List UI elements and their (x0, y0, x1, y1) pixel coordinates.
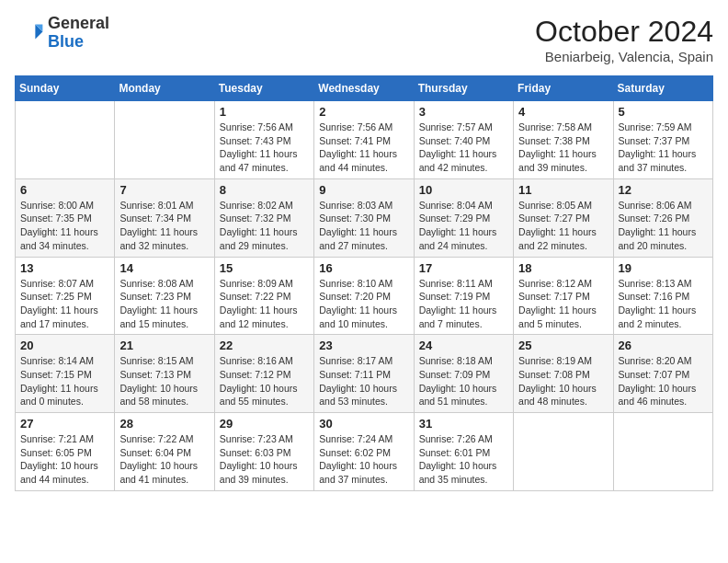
day-info: Sunrise: 7:22 AM Sunset: 6:04 PM Dayligh… (119, 432, 209, 487)
calendar-cell: 31Sunrise: 7:26 AM Sunset: 6:01 PM Dayli… (414, 413, 513, 491)
day-info: Sunrise: 8:10 AM Sunset: 7:20 PM Dayligh… (319, 277, 408, 331)
day-info: Sunrise: 7:23 AM Sunset: 6:03 PM Dayligh… (220, 432, 309, 487)
calendar-week-row: 13Sunrise: 8:07 AM Sunset: 7:25 PM Dayli… (16, 257, 713, 335)
day-number: 17 (419, 261, 508, 275)
day-info: Sunrise: 7:24 AM Sunset: 6:02 PM Dayligh… (319, 432, 408, 487)
day-info: Sunrise: 8:04 AM Sunset: 7:29 PM Dayligh… (419, 199, 508, 253)
day-info: Sunrise: 7:58 AM Sunset: 7:38 PM Dayligh… (518, 121, 608, 175)
day-info: Sunrise: 8:00 AM Sunset: 7:35 PM Dayligh… (20, 199, 109, 253)
calendar-cell: 19Sunrise: 8:13 AM Sunset: 7:16 PM Dayli… (613, 257, 712, 335)
calendar-cell: 2Sunrise: 7:56 AM Sunset: 7:41 PM Daylig… (314, 101, 414, 179)
month-title: October 2024 (535, 15, 713, 49)
day-info: Sunrise: 7:21 AM Sunset: 6:05 PM Dayligh… (20, 432, 109, 487)
calendar-cell: 24Sunrise: 8:18 AM Sunset: 7:09 PM Dayli… (414, 335, 513, 413)
day-info: Sunrise: 8:12 AM Sunset: 7:17 PM Dayligh… (518, 277, 608, 331)
calendar-cell: 5Sunrise: 7:59 AM Sunset: 7:37 PM Daylig… (613, 101, 712, 179)
day-info: Sunrise: 8:07 AM Sunset: 7:25 PM Dayligh… (20, 277, 109, 331)
page-header: General Blue October 2024 Beniarbeig, Va… (15, 15, 713, 64)
calendar-cell: 7Sunrise: 8:01 AM Sunset: 7:34 PM Daylig… (115, 178, 214, 257)
calendar-cell: 13Sunrise: 8:07 AM Sunset: 7:25 PM Dayli… (16, 257, 115, 335)
day-number: 21 (119, 339, 209, 352)
calendar-cell: 22Sunrise: 8:16 AM Sunset: 7:12 PM Dayli… (214, 335, 313, 413)
logo-icon (15, 18, 44, 48)
weekday-header: Wednesday (314, 76, 414, 101)
day-number: 8 (220, 183, 309, 197)
day-info: Sunrise: 8:13 AM Sunset: 7:16 PM Dayligh… (619, 277, 708, 331)
location-subtitle: Beniarbeig, Valencia, Spain (535, 49, 713, 64)
calendar-table: SundayMondayTuesdayWednesdayThursdayFrid… (15, 75, 713, 491)
day-info: Sunrise: 8:09 AM Sunset: 7:22 PM Dayligh… (220, 277, 309, 331)
calendar-cell: 21Sunrise: 8:15 AM Sunset: 7:13 PM Dayli… (115, 335, 214, 413)
day-info: Sunrise: 8:16 AM Sunset: 7:12 PM Dayligh… (220, 354, 309, 408)
calendar-cell: 18Sunrise: 8:12 AM Sunset: 7:17 PM Dayli… (514, 257, 613, 335)
day-number: 4 (518, 105, 608, 119)
day-number: 11 (518, 183, 608, 197)
calendar-cell: 15Sunrise: 8:09 AM Sunset: 7:22 PM Dayli… (214, 257, 313, 335)
calendar-cell: 23Sunrise: 8:17 AM Sunset: 7:11 PM Dayli… (314, 335, 414, 413)
calendar-cell (16, 101, 115, 179)
day-info: Sunrise: 7:26 AM Sunset: 6:01 PM Dayligh… (419, 432, 508, 487)
calendar-cell: 6Sunrise: 8:00 AM Sunset: 7:35 PM Daylig… (16, 178, 115, 257)
day-number: 18 (518, 261, 608, 275)
day-number: 6 (20, 183, 109, 197)
calendar-week-row: 27Sunrise: 7:21 AM Sunset: 6:05 PM Dayli… (16, 413, 713, 491)
calendar-week-row: 6Sunrise: 8:00 AM Sunset: 7:35 PM Daylig… (16, 178, 713, 257)
title-block: October 2024 Beniarbeig, Valencia, Spain (535, 15, 713, 64)
day-number: 12 (619, 183, 708, 197)
calendar-cell: 26Sunrise: 8:20 AM Sunset: 7:07 PM Dayli… (613, 335, 712, 413)
calendar-cell: 11Sunrise: 8:05 AM Sunset: 7:27 PM Dayli… (514, 178, 613, 257)
day-number: 16 (319, 261, 408, 275)
calendar-cell: 20Sunrise: 8:14 AM Sunset: 7:15 PM Dayli… (16, 335, 115, 413)
day-number: 19 (619, 261, 708, 275)
calendar-cell: 1Sunrise: 7:56 AM Sunset: 7:43 PM Daylig… (214, 101, 313, 179)
day-number: 14 (119, 261, 209, 275)
calendar-cell: 12Sunrise: 8:06 AM Sunset: 7:26 PM Dayli… (613, 178, 712, 257)
day-number: 30 (319, 417, 408, 431)
calendar-cell (514, 413, 613, 491)
weekday-header-row: SundayMondayTuesdayWednesdayThursdayFrid… (16, 76, 713, 101)
day-number: 25 (518, 339, 608, 352)
day-info: Sunrise: 8:05 AM Sunset: 7:27 PM Dayligh… (518, 199, 608, 253)
day-number: 28 (119, 417, 209, 431)
day-number: 26 (619, 339, 708, 352)
day-number: 7 (119, 183, 209, 197)
day-info: Sunrise: 7:56 AM Sunset: 7:41 PM Dayligh… (319, 121, 408, 175)
day-number: 20 (20, 339, 109, 352)
day-info: Sunrise: 7:57 AM Sunset: 7:40 PM Dayligh… (419, 121, 508, 175)
day-info: Sunrise: 8:14 AM Sunset: 7:15 PM Dayligh… (20, 354, 109, 408)
day-number: 2 (319, 105, 408, 119)
day-number: 9 (319, 183, 408, 197)
day-info: Sunrise: 8:19 AM Sunset: 7:08 PM Dayligh… (518, 354, 608, 408)
calendar-cell: 29Sunrise: 7:23 AM Sunset: 6:03 PM Dayli… (214, 413, 313, 491)
weekday-header: Thursday (414, 76, 513, 101)
calendar-cell: 4Sunrise: 7:58 AM Sunset: 7:38 PM Daylig… (514, 101, 613, 179)
day-number: 13 (20, 261, 109, 275)
weekday-header: Friday (514, 76, 613, 101)
day-number: 23 (319, 339, 408, 352)
weekday-header: Monday (115, 76, 214, 101)
day-info: Sunrise: 7:59 AM Sunset: 7:37 PM Dayligh… (619, 121, 708, 175)
calendar-week-row: 1Sunrise: 7:56 AM Sunset: 7:43 PM Daylig… (16, 101, 713, 179)
day-number: 22 (220, 339, 309, 352)
day-info: Sunrise: 8:17 AM Sunset: 7:11 PM Dayligh… (319, 354, 408, 408)
calendar-cell: 8Sunrise: 8:02 AM Sunset: 7:32 PM Daylig… (214, 178, 313, 257)
calendar-cell: 28Sunrise: 7:22 AM Sunset: 6:04 PM Dayli… (115, 413, 214, 491)
day-info: Sunrise: 8:08 AM Sunset: 7:23 PM Dayligh… (119, 277, 209, 331)
day-number: 27 (20, 417, 109, 431)
day-number: 5 (619, 105, 708, 119)
day-number: 15 (220, 261, 309, 275)
day-number: 10 (419, 183, 508, 197)
day-info: Sunrise: 8:03 AM Sunset: 7:30 PM Dayligh… (319, 199, 408, 253)
calendar-cell (613, 413, 712, 491)
calendar-week-row: 20Sunrise: 8:14 AM Sunset: 7:15 PM Dayli… (16, 335, 713, 413)
day-info: Sunrise: 8:06 AM Sunset: 7:26 PM Dayligh… (619, 199, 708, 253)
weekday-header: Saturday (613, 76, 712, 101)
calendar-cell (115, 101, 214, 179)
calendar-cell: 9Sunrise: 8:03 AM Sunset: 7:30 PM Daylig… (314, 178, 414, 257)
calendar-cell: 14Sunrise: 8:08 AM Sunset: 7:23 PM Dayli… (115, 257, 214, 335)
calendar-cell: 30Sunrise: 7:24 AM Sunset: 6:02 PM Dayli… (314, 413, 414, 491)
day-info: Sunrise: 8:18 AM Sunset: 7:09 PM Dayligh… (419, 354, 508, 408)
day-number: 24 (419, 339, 508, 352)
calendar-cell: 17Sunrise: 8:11 AM Sunset: 7:19 PM Dayli… (414, 257, 513, 335)
day-info: Sunrise: 8:20 AM Sunset: 7:07 PM Dayligh… (619, 354, 708, 408)
